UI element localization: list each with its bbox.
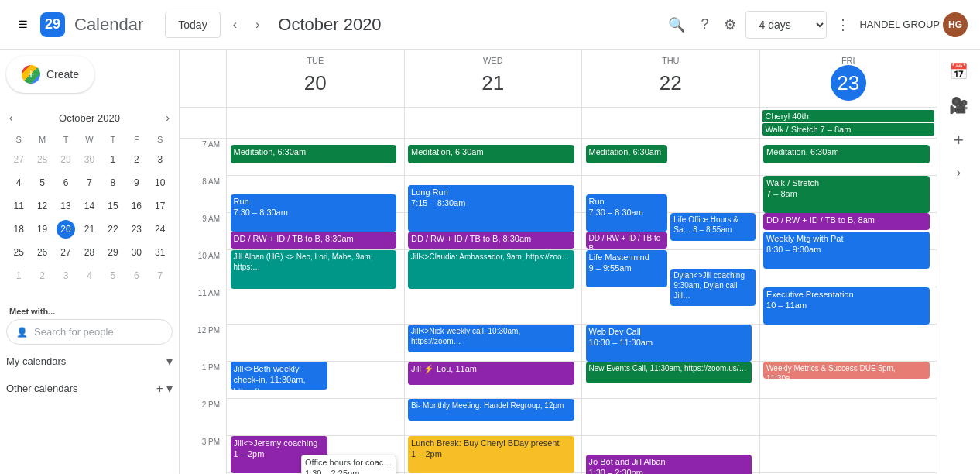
- mini-cal-day-1[interactable]: 1: [104, 150, 122, 169]
- mini-cal-day-18[interactable]: 18: [9, 220, 28, 239]
- tue-office-hours-tooltip[interactable]: Office hours for coac… 1:30 – 2:25pm: [301, 455, 396, 474]
- mini-cal-day-2[interactable]: 2: [127, 150, 146, 169]
- search-button[interactable]: 🔍: [662, 10, 691, 40]
- thu-new-events[interactable]: New Events Call, 11:30am, https://zoom.u…: [586, 362, 752, 383]
- mini-cal-day-30[interactable]: 30: [127, 243, 146, 262]
- right-video-icon-btn[interactable]: 🎥: [943, 90, 975, 121]
- tue-run[interactable]: Run7:30 – 8:30am: [231, 194, 397, 232]
- mini-cal-title[interactable]: October 2020: [59, 112, 120, 124]
- mini-cal-day-21[interactable]: 21: [80, 220, 98, 239]
- mini-cal-day-4[interactable]: 4: [9, 173, 28, 192]
- day-num-thu[interactable]: 22: [653, 65, 688, 101]
- mini-cal-day-30[interactable]: 30: [80, 150, 98, 169]
- right-chevron-icon-btn[interactable]: ›: [951, 160, 967, 186]
- view-selector[interactable]: 4 days Day Week Month Schedule: [745, 11, 827, 39]
- mini-cal-day-8[interactable]: 8: [104, 173, 122, 192]
- mini-cal-day-10[interactable]: 10: [151, 173, 170, 192]
- mini-cal-day-28[interactable]: 28: [80, 243, 98, 262]
- thu-dylan-jill[interactable]: Dylan<>Jill coaching9:30am, Dylan call J…: [670, 269, 756, 306]
- day-grid-wed: Meditation, 6:30am Long Run7:15 – 8:30am…: [404, 139, 582, 474]
- profile-area[interactable]: HANDEL GROUP HG: [859, 12, 968, 37]
- other-calendars-add-icon[interactable]: +: [156, 382, 163, 396]
- mini-cal-day-27[interactable]: 27: [57, 243, 75, 262]
- mini-cal-day-23[interactable]: 23: [127, 220, 146, 239]
- right-calendar-icon-btn[interactable]: 📅: [943, 56, 975, 87]
- mini-cal-day-29[interactable]: 29: [57, 150, 75, 169]
- mini-cal-day-6[interactable]: 6: [127, 266, 146, 285]
- mini-cal-day-1[interactable]: 1: [9, 266, 28, 285]
- thu-life-office[interactable]: Life Office Hours & Sa… 8 – 8:55am: [670, 213, 756, 241]
- wed-bi-monthly[interactable]: Bi- Monthly Meeting: Handel Regroup, 12p…: [408, 399, 574, 421]
- mini-cal-day-19[interactable]: 19: [33, 220, 52, 239]
- tue-jill-beth[interactable]: Jill<>Beth weekly check-in, 11:30am, htt…: [231, 362, 328, 390]
- mini-cal-day-27[interactable]: 27: [9, 150, 28, 169]
- day-num-wed[interactable]: 21: [475, 65, 511, 101]
- tue-jill-neo[interactable]: Jill Alban (HG) <> Neo, Lori, Mabe, 9am,…: [231, 250, 397, 289]
- mini-cal-day-3[interactable]: 3: [57, 266, 75, 285]
- mini-cal-next[interactable]: ›: [163, 108, 173, 127]
- thu-life-mastermind[interactable]: Life Mastermind9 – 9:55am: [586, 250, 667, 287]
- thu-run[interactable]: Run7:30 – 8:30am: [586, 194, 667, 232]
- create-button[interactable]: + Create: [6, 56, 94, 93]
- mini-cal-day-14[interactable]: 14: [80, 197, 98, 215]
- allday-event-cheryl[interactable]: Cheryl 40th: [762, 110, 935, 122]
- grid-apps-button[interactable]: ⋮: [830, 10, 856, 40]
- mini-cal-day-3[interactable]: 3: [151, 150, 170, 169]
- wed-jill-claudia[interactable]: Jill<>Claudia: Ambassador, 9am, https://…: [408, 250, 574, 289]
- mini-cal-day-29[interactable]: 29: [104, 243, 122, 262]
- right-add-icon-btn[interactable]: +: [947, 124, 970, 156]
- allday-event-walk[interactable]: Walk / Stretch 7 – 8am: [762, 123, 935, 136]
- mini-cal-day-7[interactable]: 7: [80, 173, 98, 192]
- thu-web-dev[interactable]: Web Dev Call10:30 – 11:30am: [586, 325, 752, 362]
- mini-cal-day-20[interactable]: 20: [57, 220, 75, 239]
- mini-cal-day-12[interactable]: 12: [33, 197, 52, 215]
- fri-meditation[interactable]: Meditation, 6:30am: [763, 145, 930, 163]
- mini-cal-day-22[interactable]: 22: [104, 220, 122, 239]
- mini-cal-day-5[interactable]: 5: [33, 173, 52, 192]
- wed-meditation[interactable]: Meditation, 6:30am: [408, 145, 574, 163]
- tue-meditation[interactable]: Meditation, 6:30am: [231, 145, 397, 163]
- search-people-input[interactable]: 👤 Search for people: [6, 319, 173, 345]
- mini-cal-day-31[interactable]: 31: [151, 243, 170, 262]
- menu-button[interactable]: ☰: [12, 12, 34, 36]
- settings-button[interactable]: ⚙: [718, 10, 742, 40]
- mini-cal-day-9[interactable]: 9: [127, 173, 146, 192]
- fri-weekly-mtg[interactable]: Weekly Mtg with Pat8:30 – 9:30am: [763, 232, 930, 269]
- mini-cal-day-15[interactable]: 15: [104, 197, 122, 215]
- mini-cal-day-17[interactable]: 17: [151, 197, 170, 215]
- today-button[interactable]: Today: [165, 12, 220, 38]
- thu-jo-bot[interactable]: Jo Bot and Jill Alban1:30 – 2:30pm: [586, 455, 752, 474]
- wed-jill-lou[interactable]: Jill ⚡ Lou, 11am: [408, 362, 574, 385]
- prev-button[interactable]: ‹: [227, 12, 243, 38]
- fri-exec-pres[interactable]: Executive Presentation10 – 11am: [763, 287, 930, 325]
- mini-cal-day-25[interactable]: 25: [9, 243, 28, 262]
- mini-cal-day-26[interactable]: 26: [33, 243, 52, 262]
- day-num-fri[interactable]: 23: [831, 65, 866, 101]
- mini-cal-day-5[interactable]: 5: [104, 266, 122, 285]
- mini-cal-day-24[interactable]: 24: [151, 220, 170, 239]
- tue-dd[interactable]: DD / RW + ID / TB to B, 8:30am: [231, 232, 397, 249]
- thu-meditation[interactable]: Meditation, 6:30am: [586, 145, 667, 163]
- mini-cal-day-7[interactable]: 7: [151, 266, 170, 285]
- day-num-tue[interactable]: 20: [297, 65, 333, 101]
- next-button[interactable]: ›: [249, 12, 266, 38]
- wed-jill-nick[interactable]: Jill<>Nick weekly call, 10:30am, https:/…: [408, 325, 574, 352]
- mini-cal-day-2[interactable]: 2: [33, 266, 52, 285]
- fri-weekly-metrics-due[interactable]: Weekly Metrics & Success DUE 5pm, 11:30a…: [763, 362, 930, 379]
- other-calendars-header[interactable]: Other calendars + ▾: [6, 378, 173, 399]
- mini-cal-day-16[interactable]: 16: [127, 197, 146, 215]
- my-calendars-header[interactable]: My calendars ▾: [6, 351, 173, 372]
- fri-dd[interactable]: DD / RW + ID / TB to B, 8am: [763, 213, 930, 230]
- mini-cal-day-28[interactable]: 28: [33, 150, 52, 169]
- wed-lunch-break[interactable]: Lunch Break: Buy Cheryl BDay present1 – …: [408, 436, 574, 473]
- mini-cal-day-4[interactable]: 4: [80, 266, 98, 285]
- mini-cal-prev[interactable]: ‹: [6, 108, 16, 127]
- thu-dd[interactable]: DD / RW + ID / TB to B…: [586, 232, 667, 249]
- fri-walk[interactable]: Walk / Stretch7 – 8am: [763, 176, 930, 213]
- wed-long-run[interactable]: Long Run7:15 – 8:30am: [408, 185, 574, 232]
- mini-cal-day-13[interactable]: 13: [57, 197, 75, 215]
- help-button[interactable]: ?: [694, 10, 714, 39]
- wed-dd[interactable]: DD / RW + ID / TB to B, 8:30am: [408, 232, 574, 249]
- mini-cal-day-11[interactable]: 11: [9, 197, 28, 215]
- mini-cal-day-6[interactable]: 6: [57, 173, 75, 192]
